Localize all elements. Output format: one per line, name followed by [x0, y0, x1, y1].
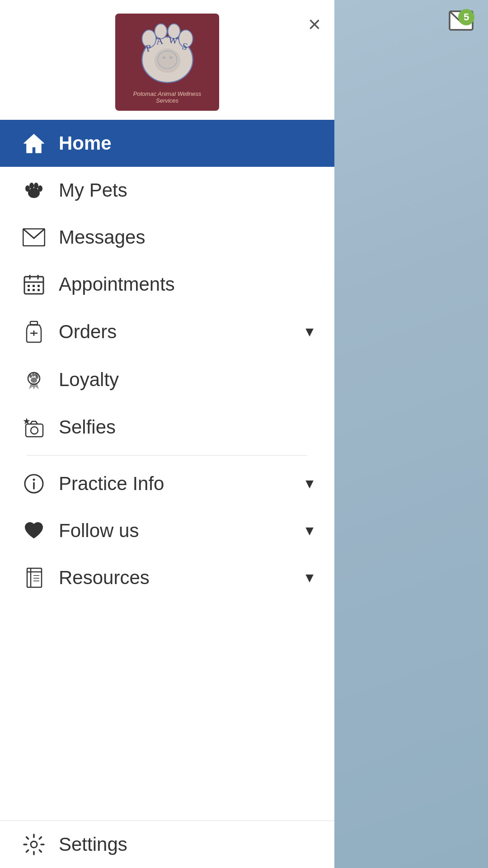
logo-area: P A W S Potomac Animal Wellness Services: [0, 0, 334, 120]
close-button[interactable]: ×: [308, 14, 321, 35]
svg-point-43: [31, 427, 38, 434]
resources-arrow-icon: ▼: [303, 570, 316, 585]
orders-arrow-icon: ▼: [303, 324, 316, 340]
nav-list: Home My Pets Me: [0, 120, 334, 821]
sidebar-item-orders-label: Orders: [59, 321, 298, 343]
svg-point-15: [28, 188, 40, 198]
sidebar-item-orders[interactable]: Orders ▼: [0, 308, 334, 356]
sidebar-item-selfies[interactable]: Selfies: [0, 404, 334, 451]
sidebar-item-resources[interactable]: Resources ▼: [0, 554, 334, 601]
svg-text:A: A: [155, 35, 164, 47]
envelope-icon: [18, 228, 50, 246]
paws-logo: P A W S: [132, 20, 202, 88]
gear-icon: [18, 834, 50, 855]
svg-point-37: [32, 373, 35, 377]
svg-point-13: [169, 56, 172, 59]
sidebar-item-appointments[interactable]: Appointments: [0, 261, 334, 308]
svg-rect-42: [26, 424, 43, 437]
svg-point-19: [38, 185, 42, 192]
svg-point-52: [31, 841, 37, 848]
svg-point-17: [29, 183, 34, 189]
svg-rect-30: [38, 289, 40, 291]
sidebar: × P A W S: [0, 0, 334, 868]
info-circle-icon: [18, 473, 50, 494]
svg-point-46: [33, 479, 35, 481]
sidebar-item-loyalty[interactable]: Loyalty: [0, 356, 334, 404]
sidebar-item-settings[interactable]: Settings: [0, 821, 334, 868]
sidebar-item-loyalty-label: Loyalty: [59, 369, 316, 391]
svg-rect-29: [33, 289, 35, 291]
notification-area: 5: [447, 9, 474, 32]
sidebar-item-appointments-label: Appointments: [59, 274, 316, 295]
sidebar-item-settings-label: Settings: [59, 834, 316, 855]
calendar-icon: [18, 274, 50, 295]
sidebar-item-follow-us-label: Follow us: [59, 520, 298, 542]
practice-info-arrow-icon: ▼: [303, 476, 316, 491]
svg-rect-31: [30, 321, 38, 325]
background-overlay: [334, 0, 488, 868]
heart-icon: [18, 521, 50, 540]
sidebar-item-selfies-label: Selfies: [59, 416, 316, 438]
sidebar-item-practice-info[interactable]: Practice Info ▼: [0, 460, 334, 507]
sidebar-item-messages[interactable]: Messages: [0, 214, 334, 261]
svg-point-6: [154, 48, 180, 73]
logo-box: P A W S Potomac Animal Wellness Services: [115, 14, 219, 111]
sidebar-item-my-pets[interactable]: My Pets: [0, 167, 334, 214]
svg-marker-14: [24, 134, 44, 153]
svg-marker-41: [23, 418, 30, 424]
svg-point-36: [29, 374, 32, 378]
sidebar-item-my-pets-label: My Pets: [59, 179, 316, 201]
sidebar-item-home[interactable]: Home: [0, 120, 334, 167]
nav-divider: [27, 455, 307, 456]
svg-rect-27: [38, 285, 40, 287]
svg-text:W: W: [168, 34, 178, 46]
home-icon: [18, 133, 50, 154]
sidebar-item-resources-label: Resources: [59, 567, 298, 589]
sidebar-item-home-label: Home: [59, 132, 316, 154]
loyalty-icon: [18, 368, 50, 391]
svg-rect-28: [28, 289, 30, 291]
svg-rect-26: [33, 285, 35, 287]
sidebar-item-practice-info-label: Practice Info: [59, 473, 298, 495]
svg-point-40: [31, 377, 37, 383]
sidebar-item-messages-label: Messages: [59, 226, 316, 248]
svg-point-16: [25, 185, 30, 192]
svg-point-18: [34, 183, 38, 189]
notification-icon[interactable]: 5: [447, 9, 474, 32]
book-icon: [18, 567, 50, 588]
camera-star-icon: [18, 417, 50, 438]
bottle-icon: [18, 321, 50, 343]
paw-icon: [18, 179, 50, 201]
svg-point-12: [162, 56, 165, 59]
follow-us-arrow-icon: ▼: [303, 523, 316, 538]
logo-subtitle: Potomac Animal Wellness Services: [122, 90, 212, 104]
svg-rect-25: [28, 285, 30, 287]
sidebar-item-follow-us[interactable]: Follow us ▼: [0, 507, 334, 554]
notification-badge: 5: [458, 9, 474, 25]
